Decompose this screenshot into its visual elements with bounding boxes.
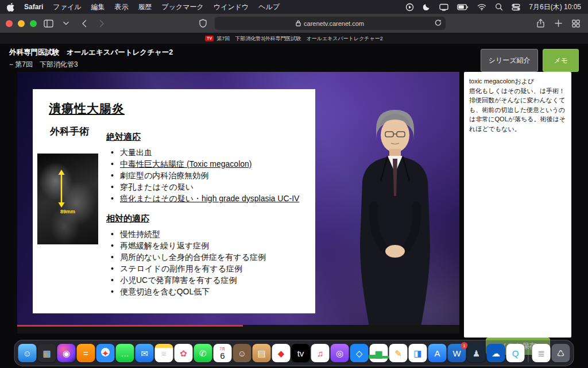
relative-indications-heading: 相対的適応: [106, 213, 308, 224]
dock-icon-app-store[interactable]: A: [428, 344, 447, 362]
menu-app-name[interactable]: Safari: [24, 3, 43, 11]
dock-icon-qq[interactable]: Q: [506, 344, 525, 362]
tab-title: 第7回 下部消化管3|外科専門医試験 オールエキスパートレクチャー2: [216, 35, 383, 43]
lecture-header: 外科専門医試験 オールエキスパートレクチャー2 − 第7回 下部消化管3 シリー…: [0, 44, 588, 72]
list-item: 再燃緩解を繰り返す症例: [106, 240, 308, 251]
tv-logo-icon: TV: [205, 36, 214, 41]
reload-button[interactable]: [435, 19, 442, 28]
menu-edit[interactable]: 編集: [91, 2, 105, 12]
safari-toolbar: carenetv.carenet.com: [0, 14, 588, 33]
lecture-slide: 潰瘍性大腸炎 外科手術 89mm 絶対適応 大量出血 中毒性巨大結腸症 (Tox…: [33, 89, 315, 313]
video-progress-bar[interactable]: [17, 325, 459, 334]
dock: ☺▦◉=✦…✉≡✿✆7月6☺▤◆tv♫◎◇▃▆▂✎◨AW1♟☁Q≣♺: [14, 340, 574, 366]
dock-icon-textedit[interactable]: ≣: [532, 344, 551, 362]
macos-menu-bar: Safari ファイル 編集 表示 履歴 ブックマーク ウインドウ ヘルプ 7月…: [0, 0, 588, 14]
menu-bookmarks[interactable]: ブックマーク: [161, 2, 203, 12]
memo-panel: toxic megacolonおよび 癌化もしくはその疑い、は手術！ 排便回数が…: [464, 72, 571, 338]
browser-tab[interactable]: TV 第7回 下部消化管3|外科専門医試験 オールエキスパートレクチャー2: [0, 33, 588, 44]
lecture-episode-title: − 第7回 下部消化管3: [9, 60, 173, 70]
series-info-button[interactable]: シリーズ紹介: [481, 49, 539, 72]
memo-textarea[interactable]: toxic megacolonおよび 癌化もしくはその疑い、は手術！ 排便回数が…: [464, 72, 571, 338]
video-player[interactable]: 潰瘍性大腸炎 外科手術 89mm 絶対適応 大量出血 中毒性巨大結腸症 (Tox…: [17, 72, 459, 334]
dock-icon-siri[interactable]: ◉: [57, 344, 76, 362]
back-button[interactable]: [78, 17, 90, 30]
list-item: 劇症型の内科治療無効例: [106, 170, 308, 181]
dock-icon-numbers[interactable]: ▃▆▂: [370, 344, 388, 362]
url-text: carenetv.carenet.com: [304, 20, 364, 27]
play-circle-icon[interactable]: [405, 3, 414, 12]
slide-indications: 絶対適応 大量出血 中毒性巨大結腸症 (Toxic megacolon) 劇症型…: [106, 132, 308, 306]
dock-icon-freeform[interactable]: ◇: [350, 344, 369, 362]
list-item: 小児UCで発育障害を有する症例: [106, 274, 308, 286]
list-item: 慢性持続型: [106, 228, 308, 240]
video-progress-fill: [17, 325, 243, 327]
memo-button[interactable]: メモ: [543, 49, 579, 72]
dock-divider: [528, 344, 529, 362]
dock-icon-steam[interactable]: ♟: [467, 344, 486, 362]
dock-icon-photos[interactable]: ✿: [175, 344, 193, 362]
menu-help[interactable]: ヘルプ: [258, 2, 280, 12]
slide-subtitle: 外科手術: [50, 125, 89, 138]
dock-icon-trash[interactable]: ♺: [552, 344, 570, 362]
slide-title: 潰瘍性大腸炎: [49, 101, 125, 117]
dock-icon-pages[interactable]: ✎: [389, 344, 408, 362]
privacy-shield-icon[interactable]: [197, 17, 210, 30]
dock-icon-safari[interactable]: ✦: [96, 344, 115, 362]
absolute-indications-heading: 絶対適応: [106, 132, 308, 143]
list-item: 中毒性巨大結腸症 (Toxic megacolon): [106, 158, 308, 170]
list-item: 局所的ないし全身的合併症を有する症例: [106, 251, 308, 263]
menu-bar-clock[interactable]: 7月6日(木) 10:05: [529, 2, 581, 12]
web-page: 外科専門医試験 オールエキスパートレクチャー2 − 第7回 下部消化管3 シリー…: [0, 44, 588, 368]
apple-menu-icon[interactable]: [7, 3, 14, 12]
dock-icon-tv[interactable]: tv: [292, 344, 310, 362]
menu-history[interactable]: 履歴: [138, 2, 152, 12]
presenter: [341, 105, 450, 327]
xray-measurement-label: 89mm: [60, 209, 75, 214]
dock-icon-launchpad[interactable]: ▦: [38, 344, 56, 362]
control-center-icon[interactable]: [512, 3, 520, 11]
focus-moon-icon[interactable]: [423, 3, 431, 11]
menu-file[interactable]: ファイル: [53, 2, 81, 12]
measurement-arrow-icon: [57, 170, 66, 208]
zoom-button[interactable]: [30, 20, 37, 27]
dock-icon-books[interactable]: ▤: [253, 344, 271, 362]
new-tab-button[interactable]: [552, 17, 564, 30]
battery-icon[interactable]: [457, 4, 469, 10]
dock-icon-facetime[interactable]: ✆: [194, 344, 212, 362]
chevron-down-icon[interactable]: [60, 17, 72, 30]
dock-icon-mail[interactable]: ✉: [136, 344, 154, 362]
list-item: 穿孔またはその疑い: [106, 181, 308, 193]
dock-icon-contacts[interactable]: ☺: [233, 344, 252, 362]
lecture-series-title: 外科専門医試験 オールエキスパートレクチャー2: [9, 48, 173, 57]
dock-icon-notes[interactable]: ≡: [155, 344, 173, 362]
dock-icon-calculator[interactable]: =: [77, 344, 95, 362]
dock-icon-finder[interactable]: ☺: [18, 344, 37, 362]
display-icon[interactable]: [439, 3, 448, 11]
sidebar-toggle-button[interactable]: [42, 17, 55, 30]
dock-icon-messages[interactable]: …: [116, 344, 134, 362]
forward-button[interactable]: [95, 17, 108, 30]
dock-icon-music[interactable]: ♫: [311, 344, 330, 362]
list-item: ステロイドの副作用を有する症例: [106, 263, 308, 274]
share-button[interactable]: [534, 17, 547, 30]
dock-icon-word[interactable]: W1: [448, 344, 466, 362]
menu-view[interactable]: 表示: [114, 2, 128, 12]
dock-icon-keynote[interactable]: ◨: [409, 344, 427, 362]
search-icon[interactable]: [495, 3, 503, 11]
list-item: 癌化またはその疑い・high grade dysplasia UC-IV: [106, 193, 308, 204]
close-button[interactable]: [6, 20, 13, 27]
dock-icon-calendar[interactable]: 7月6: [214, 344, 232, 362]
menu-window[interactable]: ウインドウ: [214, 2, 249, 12]
dock-icon-podcasts[interactable]: ◎: [331, 344, 349, 362]
list-item: 便意切迫を含むQOL低下: [106, 286, 308, 297]
relative-indications-list: 慢性持続型 再燃緩解を繰り返す症例 局所的ないし全身的合併症を有する症例 ステロ…: [106, 228, 308, 297]
dock-icon-onedrive[interactable]: ☁: [487, 344, 505, 362]
list-item: 大量出血: [106, 147, 308, 158]
xray-image: 89mm: [37, 154, 98, 244]
tab-overview-button[interactable]: [570, 17, 582, 30]
dock-icon-reader[interactable]: ◆: [272, 344, 291, 362]
address-bar[interactable]: carenetv.carenet.com: [215, 17, 446, 30]
minimize-button[interactable]: [18, 20, 25, 27]
wifi-icon[interactable]: [477, 3, 486, 10]
absolute-indications-list: 大量出血 中毒性巨大結腸症 (Toxic megacolon) 劇症型の内科治療…: [106, 147, 308, 204]
